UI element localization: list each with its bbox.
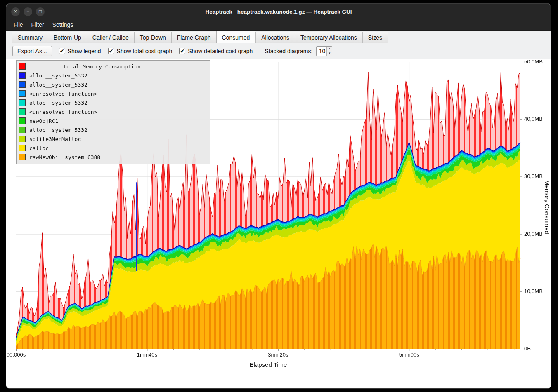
legend-title-row: Total Memory Consumption [19,62,208,71]
titlebar[interactable]: × − □ Heaptrack - heaptrack.wakunode.1.g… [6,4,551,19]
export-as-button[interactable]: Export As... [12,46,52,56]
legend-item: alloc__system_5332 [19,98,208,107]
legend-item: newObjRC1 [19,116,208,125]
legend-label: sqlite3MemMalloc [29,136,81,142]
legend-label: <unresolved function> [29,109,97,115]
legend-swatch [19,136,26,142]
tab-bar: SummaryBottom-UpCaller / CalleeTop-DownF… [6,31,551,43]
spinner-buttons: ▲ ▼ [326,47,332,56]
minimize-icon[interactable]: − [24,7,32,16]
legend-swatch [19,72,26,79]
legend-swatch [19,90,26,97]
stacked-diagrams-spinbox[interactable]: 10 ▲ ▼ [316,46,332,56]
tab-sizes[interactable]: Sizes [362,32,388,43]
spin-up-icon[interactable]: ▲ [327,47,332,52]
legend-swatch [19,81,26,88]
legend-item: alloc__system_5332 [19,71,208,80]
close-icon[interactable]: × [11,7,20,16]
legend-swatch [19,154,26,160]
legend-title: Total Memory Consumption [29,63,208,70]
legend-label: <unresolved function> [29,91,97,97]
y-axis-title: Memory Consumed [544,180,551,234]
chart-legend: Total Memory Consumption alloc__system_5… [16,60,210,164]
legend-item: rawNewObj__system_6388 [19,153,208,162]
spin-down-icon[interactable]: ▼ [327,51,332,56]
legend-item: alloc__system_5332 [19,125,208,134]
stacked-diagrams-value: 10 [317,47,326,56]
legend-item: sqlite3MemMalloc [19,134,208,143]
legend-item: <unresolved function> [19,107,208,116]
legend-label: alloc__system_5332 [29,73,87,79]
x-axis-title: Elapsed Time [16,361,520,368]
legend-swatch [19,127,26,133]
legend-swatch [19,108,26,115]
legend-label: newObjRC1 [29,118,58,124]
checkbox-label: Show legend [68,48,101,54]
toolbar: Export As... ✔ Show legend ✔ Show total … [6,43,551,59]
stacked-diagrams-label: Stacked diagrams: [265,48,312,54]
window-controls: × − □ [11,4,45,19]
checkbox-check-icon[interactable]: ✔ [108,48,114,54]
checkbox-label: Show detailed cost graph [188,48,253,54]
legend-swatch [19,145,26,151]
legend-swatch [19,117,26,124]
checkbox-check-icon[interactable]: ✔ [179,48,185,54]
desktop-background: × − □ Heaptrack - heaptrack.wakunode.1.g… [0,0,558,392]
chart-area: Total Memory Consumption alloc__system_5… [6,59,551,388]
tab-allocations[interactable]: Allocations [255,32,295,43]
legend-items: alloc__system_5332alloc__system_5332<unr… [19,71,208,162]
legend-item: alloc__system_5332 [19,80,208,89]
legend-label: alloc__system_5332 [29,82,87,88]
legend-label: calloc [29,145,49,151]
legend-label: alloc__system_5332 [29,100,87,106]
window-title: Heaptrack - heaptrack.wakunode.1.gz — He… [206,9,352,15]
legend-item: <unresolved function> [19,89,208,98]
tab-temporary-allocations[interactable]: Temporary Allocations [295,32,362,43]
show-detailed-cost-graph-checkbox[interactable]: ✔ Show detailed cost graph [179,48,253,54]
legend-label: rawNewObj__system_6388 [29,154,100,160]
menu-settings[interactable]: Settings [48,19,78,30]
legend-swatch-total [19,63,26,70]
show-legend-checkbox[interactable]: ✔ Show legend [59,48,101,54]
legend-swatch [19,99,26,106]
show-total-cost-graph-checkbox[interactable]: ✔ Show total cost graph [108,48,173,54]
menubar: FileFilterSettings [6,19,551,31]
legend-label: alloc__system_5332 [29,127,87,133]
legend-item: calloc [19,143,208,153]
tab-consumed[interactable]: Consumed [216,31,256,43]
maximize-icon[interactable]: □ [36,7,45,16]
tab-bottom-up[interactable]: Bottom-Up [48,32,87,43]
tab-caller-callee[interactable]: Caller / Callee [87,32,134,43]
checkbox-check-icon[interactable]: ✔ [59,48,65,54]
menu-filter[interactable]: Filter [27,19,48,30]
tab-top-down[interactable]: Top-Down [134,32,171,43]
heaptrack-window: × − □ Heaptrack - heaptrack.wakunode.1.g… [6,3,551,389]
checkbox-label: Show total cost graph [117,48,173,54]
tab-flame-graph[interactable]: Flame Graph [171,32,216,43]
tab-summary[interactable]: Summary [12,32,48,43]
menu-file[interactable]: File [9,19,27,30]
